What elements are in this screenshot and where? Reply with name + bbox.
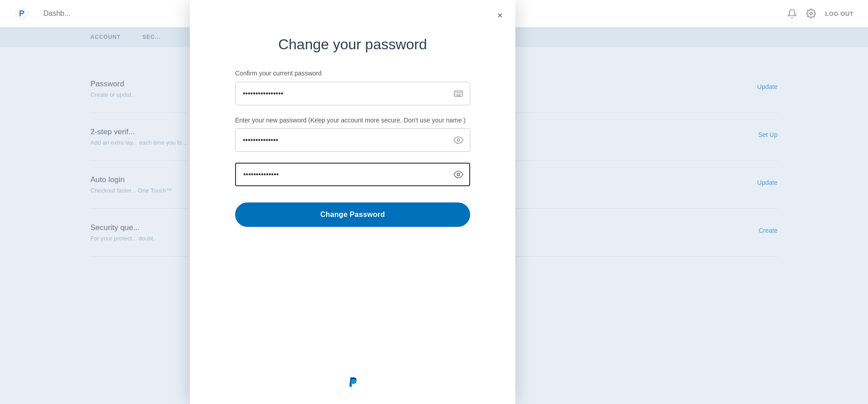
new-password-toggle-icon[interactable] — [453, 135, 464, 146]
confirm-password-input-wrapper — [235, 163, 470, 186]
current-password-input[interactable] — [235, 82, 470, 105]
new-password-input[interactable] — [235, 128, 470, 152]
new-password-label: Enter your new password (Keep your accou… — [235, 116, 470, 125]
modal-body: Change your password Confirm your curren… — [190, 0, 515, 254]
current-password-group: Confirm your current password — [235, 69, 470, 105]
confirm-password-toggle-icon[interactable] — [453, 169, 464, 180]
modal-close-button[interactable]: × — [494, 9, 506, 22]
modal-footer — [190, 356, 515, 404]
current-password-label: Confirm your current password — [235, 69, 470, 78]
current-password-input-wrapper — [235, 82, 470, 105]
paypal-logo-footer — [344, 374, 361, 390]
modal-title: Change your password — [235, 36, 470, 53]
change-password-button[interactable]: Change Password — [235, 202, 470, 227]
confirm-password-group — [235, 163, 470, 186]
svg-point-14 — [457, 173, 460, 176]
change-password-modal: × Change your password Confirm your curr… — [190, 0, 515, 404]
confirm-password-input[interactable] — [235, 163, 470, 186]
new-password-input-wrapper — [235, 128, 470, 152]
svg-point-13 — [457, 139, 460, 141]
new-password-group: Enter your new password (Keep your accou… — [235, 116, 470, 152]
keyboard-icon[interactable] — [453, 88, 464, 99]
